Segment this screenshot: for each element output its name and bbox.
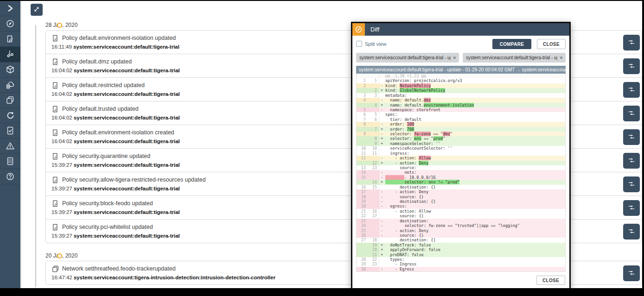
- open-diff-button[interactable]: [623, 265, 640, 281]
- diff-code: order: 100: [385, 122, 414, 126]
- event-user: system:serviceaccount:default:tigera-tri…: [74, 139, 180, 144]
- diff-marker: -: [379, 83, 385, 88]
- diff-new-line-number: [368, 199, 379, 204]
- diff-new-line-number: [368, 107, 379, 112]
- right-revision-dropdown[interactable]: system:serviceaccount:default:tigera-tri…: [463, 53, 566, 63]
- left-revision-dropdown[interactable]: system:serviceaccount:default:tigera-tri…: [356, 53, 459, 63]
- split-view-toggle[interactable]: Split view: [356, 41, 386, 47]
- diff-code: source: {}: [385, 195, 424, 199]
- event-user: system:serviceaccount:default:tigera-tri…: [73, 44, 179, 50]
- checkbox-icon[interactable]: [356, 41, 362, 47]
- sidebar-item-policies[interactable]: [0, 31, 20, 47]
- diff-marker: -: [379, 199, 385, 204]
- event-meta: 16:04:02 system:serviceaccount:default:t…: [51, 115, 180, 120]
- diff-marker: -: [379, 233, 385, 238]
- event-time: 16:11:49: [51, 44, 72, 50]
- open-diff-button[interactable]: [623, 176, 640, 192]
- sidebar-item-timeline[interactable]: [0, 108, 20, 123]
- policy-edit-icon: [51, 82, 59, 89]
- diff-marker: +: [379, 180, 385, 184]
- diff-new-line-number: [368, 83, 379, 88]
- event-meta: 16:04:02 system:serviceaccount:default:t…: [51, 68, 180, 73]
- diff-code: - action: Allow: [385, 156, 431, 160]
- diff-old-line-number: 6: [357, 112, 368, 117]
- diff-line: 21+ preDNAT: false: [357, 252, 565, 257]
- diff-code: - action: Allow: [385, 209, 431, 214]
- compare-button[interactable]: COMPARE: [492, 39, 531, 49]
- diff-line: 7+ order: 700: [357, 127, 565, 132]
- diff-line: 25- - action: Deny: [357, 228, 565, 233]
- diff-old-line-number: [357, 136, 368, 141]
- sidebar-item-expand-nav[interactable]: [0, 1, 20, 16]
- diff-line: 23- destination:: [357, 219, 565, 223]
- diff-old-line-number: 10: [357, 146, 368, 151]
- diff-code: spec:: [385, 112, 397, 117]
- compare-icon: [628, 227, 635, 236]
- close-button-top[interactable]: CLOSE: [537, 39, 566, 49]
- sidebar-item-endpoints[interactable]: [0, 77, 20, 93]
- diff-line: 24- selector: fw-zone == "trusted"||app …: [357, 223, 565, 228]
- diff-code: - Egress: [385, 267, 414, 271]
- open-diff-button[interactable]: [623, 35, 640, 50]
- diff-code: nets:: [385, 170, 416, 175]
- diff-old-line-number: 15: [357, 175, 368, 180]
- diff-modal: Diff Split view COMPARE CLOSE system:ser…: [351, 22, 571, 288]
- diff-new-line-number: [368, 98, 379, 102]
- event-user: system:serviceaccount:tigera-intrusion-d…: [74, 275, 275, 280]
- sidebar-item-compliance[interactable]: [0, 123, 20, 139]
- event-time: 15:39:27: [51, 162, 72, 168]
- diff-old-line-number: [357, 247, 368, 252]
- diff-old-line-number: [357, 127, 368, 132]
- diff-old-line-number: 14: [357, 170, 368, 175]
- diff-line: 5- namespace: storefront: [357, 107, 565, 112]
- open-diff-button[interactable]: [623, 224, 640, 239]
- diff-code: source: {}: [385, 233, 424, 238]
- app-window: 28 Jan, 2020Policy default.environment-i…: [0, 1, 642, 288]
- diff-code: types:: [385, 257, 404, 262]
- diff-marker: +: [379, 247, 385, 252]
- flow-graph-icon: [6, 50, 15, 59]
- compass-logo-icon: [352, 23, 365, 36]
- open-diff-button[interactable]: [623, 153, 640, 169]
- diff-old-line-number: 25: [357, 228, 368, 233]
- diff-line: 20- egress:: [357, 204, 565, 208]
- open-diff-button[interactable]: [623, 82, 640, 98]
- diff-new-line-number: 19: [368, 243, 379, 247]
- sidebar-item-reports[interactable]: [0, 154, 20, 169]
- report-icon: [6, 157, 15, 166]
- diff-new-line-number: 17: [368, 214, 379, 218]
- diff-marker: [379, 185, 385, 189]
- diff-marker: -: [379, 267, 385, 271]
- diff-new-line-number: 10: [368, 146, 379, 151]
- sidebar-item-flow-visualization[interactable]: [0, 47, 20, 62]
- open-diff-button[interactable]: [623, 106, 640, 121]
- open-diff-button[interactable]: [623, 129, 640, 145]
- compare-icon: [628, 38, 635, 47]
- sidebar-item-kubernetes[interactable]: [0, 62, 20, 77]
- diff-new-line-number: [368, 228, 379, 233]
- sidebar-item-workloads[interactable]: [0, 93, 20, 108]
- diff-marker: -: [379, 132, 385, 136]
- diff-line: 12+ - action: Deny: [357, 161, 565, 165]
- diff-marker: +: [379, 243, 385, 247]
- diff-code: destination: {}: [385, 238, 436, 242]
- diff-line: 15- - 18.0.0.0/16: [357, 175, 565, 180]
- diff-new-line-number: [368, 156, 379, 160]
- sidebar-item-help[interactable]: [0, 169, 20, 184]
- diff-marker: +: [379, 88, 385, 93]
- open-diff-button[interactable]: [623, 200, 640, 216]
- compare-icon: [628, 180, 635, 189]
- diff-code: tier: default: [385, 117, 421, 122]
- diff-marker: [379, 78, 385, 83]
- diff-old-line-number: [357, 252, 368, 257]
- close-button-bottom[interactable]: CLOSE: [536, 276, 565, 285]
- diff-new-line-number: [368, 195, 379, 199]
- diff-marker: +: [379, 161, 385, 165]
- compare-icon: [628, 269, 635, 278]
- sidebar-item-dashboard[interactable]: [0, 16, 20, 31]
- diff-line: 8- order: 100: [357, 122, 565, 126]
- diff-line: 2217 source: {}: [357, 214, 565, 218]
- sidebar-item-alerts[interactable]: [0, 139, 20, 154]
- diff-code: selector: fw-zone == "trusted"||app == "…: [385, 223, 520, 228]
- open-diff-button[interactable]: [623, 58, 640, 74]
